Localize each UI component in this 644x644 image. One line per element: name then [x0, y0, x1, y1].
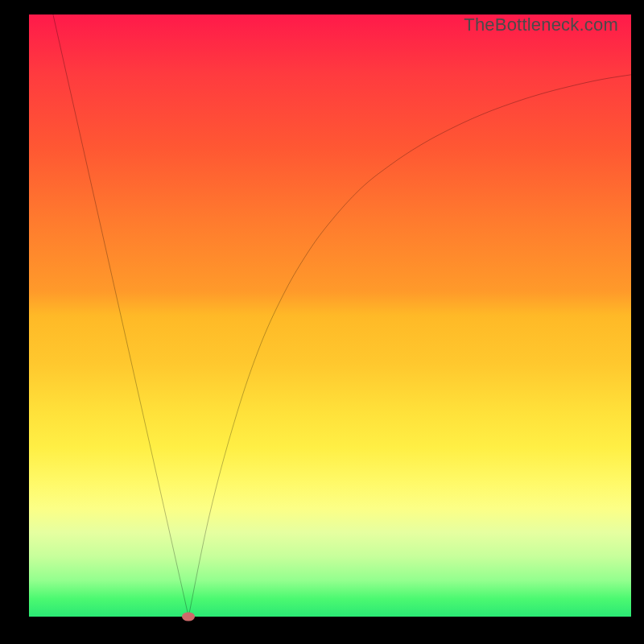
chart-frame: TheBottleneck.com [0, 0, 644, 644]
plot-area: TheBottleneck.com [29, 14, 631, 617]
curve-path [53, 14, 631, 617]
bottleneck-curve [29, 14, 631, 617]
min-marker [182, 613, 195, 621]
